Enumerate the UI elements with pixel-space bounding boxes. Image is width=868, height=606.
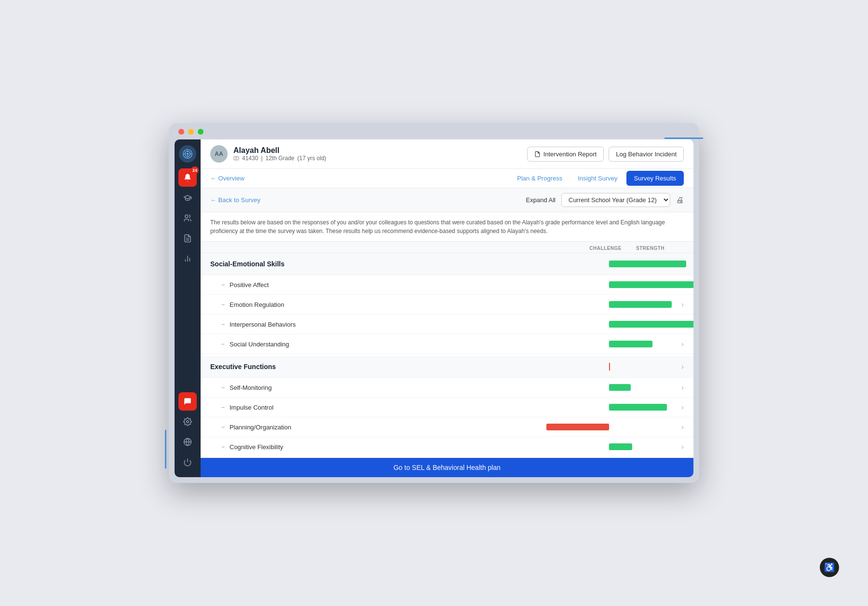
app-logo[interactable] <box>179 145 196 163</box>
print-button[interactable]: 🖨 <box>676 196 684 205</box>
sidebar-item-chat[interactable] <box>178 392 197 411</box>
tab-insight-survey[interactable]: Insight Survey <box>571 169 624 188</box>
back-to-survey-link[interactable]: ← Back to Survey <box>210 196 260 204</box>
bar-cognitive-flex <box>609 443 632 450</box>
section-title-executive-functions: Executive Functions <box>210 363 542 371</box>
chevron-executive-functions[interactable]: › <box>681 363 684 371</box>
accessibility-icon: ♿ <box>824 562 835 573</box>
sidebar-item-students[interactable] <box>178 189 197 207</box>
bar-self-monitoring <box>609 384 631 391</box>
chevron-planning-org[interactable]: › <box>681 423 684 431</box>
chevron-social-understanding[interactable]: › <box>681 340 684 348</box>
arrow-icon: → <box>220 424 226 430</box>
bar-interpersonal <box>609 321 693 328</box>
sub-title-planning-org: Planning/Organization <box>230 424 291 431</box>
expand-all-button[interactable]: Expand All <box>526 196 556 204</box>
sidebar-item-reports[interactable] <box>178 229 197 248</box>
main-content: AA Alayah Abell 41430 | 12th Grade (17 y… <box>201 139 693 477</box>
chevron-cognitive-flex[interactable]: › <box>681 443 684 451</box>
arrow-icon: → <box>220 341 226 347</box>
notification-badge: 24 <box>191 166 199 174</box>
log-incident-button[interactable]: Log Behavior Incident <box>609 147 684 162</box>
bottom-cta-button[interactable]: Go to SEL & Behavioral Health plan <box>201 458 693 477</box>
student-age: (17 yrs old) <box>298 155 326 162</box>
sidebar-item-settings[interactable] <box>178 413 197 431</box>
sidebar-item-global[interactable] <box>178 433 197 451</box>
svg-rect-15 <box>234 157 239 160</box>
section-executive-functions[interactable]: Executive Functions › <box>201 356 693 378</box>
sub-title-interpersonal: Interpersonal Behaviors <box>230 321 296 328</box>
sub-title-positive-affect: Positive Affect <box>230 281 269 289</box>
tab-plan-progress[interactable]: Plan & Progress <box>510 169 569 188</box>
results-scroll-area[interactable]: CHALLENGE STRENGTH Social-Emotional Skil… <box>201 242 693 477</box>
tab-survey-results[interactable]: Survey Results <box>626 171 684 186</box>
chevron-self-monitoring[interactable]: › <box>681 384 684 391</box>
survey-toolbar: ← Back to Survey Expand All Current Scho… <box>201 188 693 212</box>
overview-back-link[interactable]: ← Overview <box>210 169 244 188</box>
bar-social-emotional <box>609 261 686 267</box>
arrow-icon: → <box>220 443 226 450</box>
id-icon <box>233 155 239 161</box>
row-cognitive-flex[interactable]: → Cognitive Flexibility › <box>201 437 693 457</box>
sidebar-item-power[interactable] <box>178 453 197 471</box>
year-filter-select[interactable]: Current School Year (Grade 12) <box>561 193 670 207</box>
challenge-label: CHALLENGE <box>589 246 622 251</box>
row-social-understanding[interactable]: → Social Understanding › <box>201 334 693 354</box>
section-title-social-emotional: Social-Emotional Skills <box>210 260 542 268</box>
arrow-icon: → <box>220 301 226 308</box>
arrow-icon: → <box>220 404 226 411</box>
sub-title-impulse-control: Impulse Control <box>230 404 273 411</box>
sub-title-emotion-regulation: Emotion Regulation <box>230 301 284 308</box>
accessibility-button[interactable]: ♿ <box>820 558 839 577</box>
chevron-emotion-regulation[interactable]: › <box>681 301 684 308</box>
sidebar-item-notifications[interactable]: 24 <box>178 168 197 187</box>
row-planning-org[interactable]: → Planning/Organization › <box>201 417 693 437</box>
student-id: 41430 <box>242 155 258 162</box>
section-ef-bar <box>609 363 610 371</box>
svg-point-5 <box>185 215 188 218</box>
avatar: AA <box>210 145 228 163</box>
arrow-icon: → <box>220 281 226 288</box>
row-interpersonal[interactable]: → Interpersonal Behaviors › <box>201 315 693 334</box>
bar-planning-org <box>546 424 609 430</box>
strength-label: STRENGTH <box>636 246 665 251</box>
sidebar: 24 <box>175 139 201 477</box>
row-impulse-control[interactable]: → Impulse Control › <box>201 398 693 417</box>
sub-title-cognitive-flex: Cognitive Flexibility <box>230 443 283 451</box>
student-name: Alayah Abell <box>233 146 326 155</box>
sub-title-social-understanding: Social Understanding <box>230 341 289 348</box>
arrow-icon: → <box>220 321 226 328</box>
bar-impulse-control <box>609 404 667 411</box>
row-emotion-regulation[interactable]: → Emotion Regulation › <box>201 295 693 315</box>
bar-positive-affect <box>609 281 693 288</box>
sidebar-item-analytics[interactable] <box>178 249 197 268</box>
survey-description: The results below are based on the respo… <box>201 212 693 242</box>
chevron-impulse-control[interactable]: › <box>681 403 684 411</box>
nav-tabs: ← Overview Plan & Progress Insight Surve… <box>201 169 693 188</box>
svg-point-11 <box>187 421 189 423</box>
section-social-emotional[interactable]: Social-Emotional Skills › <box>201 253 693 275</box>
sub-title-self-monitoring: Self-Monitoring <box>230 384 271 391</box>
bar-emotion-regulation <box>609 301 672 308</box>
arrow-icon: → <box>220 384 226 391</box>
report-icon <box>534 151 541 157</box>
row-self-monitoring[interactable]: → Self-Monitoring › <box>201 378 693 398</box>
student-grade: 12th Grade <box>266 155 295 162</box>
intervention-report-button[interactable]: Intervention Report <box>527 147 604 162</box>
bar-social-understanding <box>609 341 652 347</box>
sidebar-item-groups[interactable] <box>178 209 197 227</box>
student-header: AA Alayah Abell 41430 | 12th Grade (17 y… <box>201 139 693 169</box>
row-positive-affect[interactable]: → Positive Affect › <box>201 275 693 295</box>
